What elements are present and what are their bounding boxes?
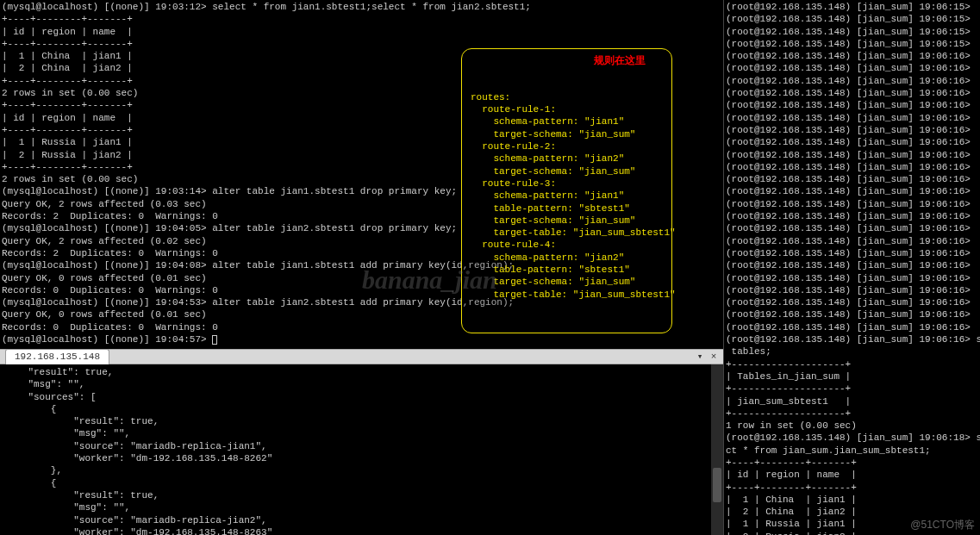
terminal-line: (root@192.168.135.148) [jian_sum] 19:06:… [726, 173, 978, 185]
tab-bar: 192.168.135.148 ▾ × [0, 349, 723, 364]
cursor [212, 335, 217, 345]
tab-dropdown-icon[interactable]: ▾ [694, 351, 706, 363]
terminal-line: (root@192.168.135.148) [jian_sum] 19:06:… [726, 38, 978, 50]
annotation-title: 规则在这里 [594, 54, 646, 68]
terminal-line: schema-pattern: "jian2" [471, 252, 663, 264]
terminal-line: "msg": "", [5, 501, 718, 513]
terminal-line: table-pattern: "sbtest1" [471, 202, 663, 215]
terminal-line: (root@192.168.135.148) [jian_sum] 19:06:… [726, 26, 978, 38]
terminal-line: target-schema: "jian_sum" [471, 165, 663, 177]
terminal-line: (root@192.168.135.148) [jian_sum] 19:06:… [726, 247, 978, 259]
terminal-line: (root@192.168.135.148) [jian_sum] 19:06:… [726, 1, 978, 13]
terminal-line: (root@192.168.135.148) [jian_sum] 19:06:… [726, 222, 978, 234]
terminal-line: routes: [471, 91, 663, 103]
terminal-line: +--------------------+ [726, 358, 978, 370]
terminal-line: (root@192.168.135.148) [jian_sum] 19:06:… [726, 99, 978, 111]
terminal-line: route-rule-4: [471, 239, 663, 251]
terminal-line: (root@192.168.135.148) [jian_sum] 19:06:… [726, 235, 978, 247]
terminal-line: target-table: "jian_sum_sbtest1" [471, 289, 663, 301]
terminal-line: (root@192.168.135.148) [jian_sum] 19:06:… [726, 210, 978, 222]
terminal-line: (root@192.168.135.148) [jian_sum] 19:06:… [726, 272, 978, 284]
terminal-line: schema-pattern: "jian2" [471, 152, 663, 165]
terminal-line: target-schema: "jian_sum" [471, 276, 663, 288]
scrollbar-vertical[interactable] [711, 364, 723, 535]
terminal-line: 1 row in set (0.00 sec) [726, 420, 978, 432]
terminal-line: (root@192.168.135.148) [jian_sum] 19:06:… [726, 124, 978, 136]
bottom-json-terminal[interactable]: "result": true, "msg": "", "sources": [ … [0, 364, 723, 535]
terminal-line: schema-pattern: "jian1" [471, 190, 663, 202]
tab-close-icon[interactable]: × [708, 351, 720, 363]
terminal-line: (root@192.168.135.148) [jian_sum] 19:06:… [726, 112, 978, 124]
terminal-line: { [5, 477, 718, 489]
terminal-line: (root@192.168.135.148) [jian_sum] 19:06:… [726, 333, 978, 345]
terminal-line: | 2 | Russia | jian2 | [726, 531, 978, 535]
terminal-line: +--------------------+ [726, 407, 978, 420]
terminal-line: (root@192.168.135.148) [jian_sum] 19:06:… [726, 87, 978, 99]
terminal-line: (root@192.168.135.148) [jian_sum] 19:06:… [726, 50, 978, 62]
terminal-line: (mysql@localhost) [(none)] 19:04:57> [2, 333, 721, 345]
terminal-line: (root@192.168.135.148) [jian_sum] 19:06:… [726, 161, 978, 173]
terminal-line: +----+--------+-------+ [726, 457, 978, 469]
terminal-line: target-table: "jian_sum_sbtest1" [471, 227, 663, 239]
terminal-line: "worker": "dm-192.168.135.148-8262" [5, 452, 718, 464]
terminal-line: }, [5, 464, 718, 476]
terminal-line: | 1 | Russia | jian1 | [726, 518, 978, 530]
top-mysql-terminal[interactable]: (mysql@localhost) [(none)] 19:03:12> sel… [0, 0, 723, 349]
terminal-line: "result": true, [5, 489, 718, 501]
terminal-line: (root@192.168.135.148) [jian_sum] 19:06:… [726, 321, 978, 333]
terminal-line: tables; [726, 345, 978, 358]
terminal-line: (root@192.168.135.148) [jian_sum] 19:06:… [726, 13, 978, 25]
terminal-line: (root@192.168.135.148) [jian_sum] 19:06:… [726, 284, 978, 296]
terminal-line: | Tables_in_jian_sum | [726, 370, 978, 383]
terminal-line: | 2 | China | jian2 | [726, 506, 978, 518]
terminal-line: +----+--------+-------+ [2, 13, 721, 25]
terminal-line: ct * from jian_sum.jian_sum_sbtest1; [726, 445, 978, 457]
terminal-line: route-rule-1: [471, 103, 663, 115]
terminal-line: "worker": "dm-192.168.135.148-8263" [5, 526, 718, 535]
terminal-line: schema-pattern: "jian1" [471, 115, 663, 128]
terminal-line: (root@192.168.135.148) [jian_sum] 19:06:… [726, 296, 978, 308]
terminal-line: (root@192.168.135.148) [jian_sum] 19:06:… [726, 136, 978, 148]
terminal-line: (root@192.168.135.148) [jian_sum] 19:06:… [726, 185, 978, 197]
terminal-line: "source": "mariadb-replica-jian1", [5, 440, 718, 452]
terminal-line: (root@192.168.135.148) [jian_sum] 19:06:… [726, 308, 978, 320]
terminal-line: "msg": "", [5, 378, 718, 390]
terminal-line: | jian_sum_sbtest1 | [726, 395, 978, 407]
terminal-line: (root@192.168.135.148) [jian_sum] 19:06:… [726, 198, 978, 210]
terminal-line: route-rule-2: [471, 140, 663, 152]
terminal-line: (mysql@localhost) [(none)] 19:03:12> sel… [2, 1, 721, 13]
terminal-line: "source": "mariadb-replica-jian2", [5, 514, 718, 526]
terminal-line: route-rule-3: [471, 177, 663, 190]
terminal-line: target-schema: "jian_sum" [471, 215, 663, 227]
terminal-line: (root@192.168.135.148) [jian_sum] 19:06:… [726, 149, 978, 161]
scrollbar-thumb[interactable] [713, 468, 721, 502]
terminal-line: { [5, 403, 718, 415]
terminal-line: target-schema: "jian_sum" [471, 128, 663, 140]
terminal-line: | 1 | China | jian1 | [726, 494, 978, 506]
terminal-line: | id | region | name | [2, 26, 721, 38]
terminal-line: "result": true, [5, 415, 718, 427]
terminal-line: (root@192.168.135.148) [jian_sum] 19:06:… [726, 75, 978, 87]
terminal-line: (root@192.168.135.148) [jian_sum] 19:06:… [726, 259, 978, 271]
terminal-line: (root@192.168.135.148) [jian_sum] 19:06:… [726, 432, 978, 444]
terminal-line: "sources": [ [5, 391, 718, 403]
terminal-line: "msg": "", [5, 427, 718, 439]
tab-host[interactable]: 192.168.135.148 [5, 349, 109, 364]
terminal-line: (root@192.168.135.148) [jian_sum] 19:06:… [726, 62, 978, 74]
right-mysql-terminal[interactable]: (root@192.168.135.148) [jian_sum] 19:06:… [723, 0, 980, 535]
terminal-line: +----+--------+-------+ [726, 482, 978, 494]
terminal-line: "result": true, [5, 366, 718, 378]
terminal-line: table-pattern: "sbtest1" [471, 264, 663, 276]
terminal-line: | id | region | name | [726, 469, 978, 481]
routes-annotation: 规则在这里 routes: route-rule-1: schema-patte… [461, 48, 672, 333]
terminal-line: +--------------------+ [726, 383, 978, 395]
